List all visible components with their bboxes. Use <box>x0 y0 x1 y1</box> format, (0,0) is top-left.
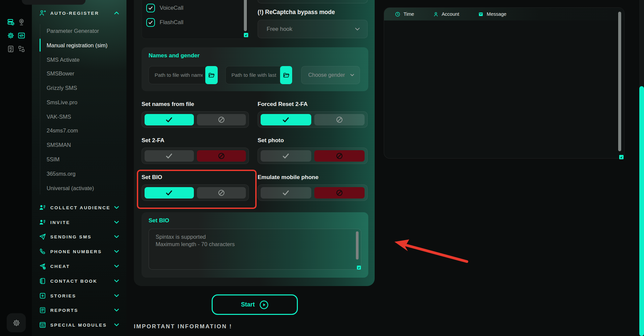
users-icon <box>39 204 46 211</box>
panel-title: Set BIO <box>149 217 169 224</box>
gender-select[interactable]: Choose gender <box>301 66 360 84</box>
checkbox-checked-icon[interactable] <box>146 18 155 27</box>
toggle-no-button[interactable] <box>197 114 246 125</box>
mail-icon <box>478 11 484 17</box>
sidebar-item-manual-registration[interactable]: Manual registration (sim) <box>47 41 108 50</box>
first-names-path-input[interactable] <box>149 66 205 84</box>
column-time[interactable]: Time <box>395 11 414 17</box>
sidebar-item-sms-activate[interactable]: SMS Activate <box>47 55 79 64</box>
document-check-icon[interactable] <box>7 45 15 53</box>
sidebar-item-365sms[interactable]: 365sms.org <box>47 169 75 178</box>
recaptcha-label: (!) ReCaptcha bypass mode <box>258 9 335 16</box>
bio-textarea[interactable] <box>149 229 361 270</box>
settings-gear-icon[interactable] <box>7 32 15 40</box>
textarea-scrollbar[interactable] <box>356 231 359 260</box>
last-names-path-input[interactable] <box>225 66 280 84</box>
webcam-icon[interactable] <box>17 18 25 26</box>
sidebar-section-contact-book[interactable]: CONTACT BOOK <box>32 277 126 285</box>
phone-icon <box>39 248 46 255</box>
report-icon <box>39 306 46 314</box>
gear-icon <box>12 319 21 327</box>
server-check-icon[interactable] <box>7 18 15 26</box>
chevron-down-icon <box>114 206 119 209</box>
sidebar-section-invite[interactable]: INVITE <box>32 218 126 227</box>
users-icon <box>39 219 46 226</box>
start-button-label: Start <box>241 301 255 308</box>
sidebar-item-smsbower[interactable]: SMSBower <box>47 69 74 78</box>
check-icon <box>282 189 290 197</box>
sidebar-section-sending-sms[interactable]: SENDING SMS <box>32 232 126 241</box>
checkbox-label: VoiceCall <box>160 5 183 11</box>
sidebar-item-universal-activate[interactable]: Universal (activate) <box>47 184 94 192</box>
toggle-no-button[interactable] <box>314 150 365 162</box>
active-item-indicator <box>40 39 41 52</box>
voicecall-checkbox-row[interactable]: VoiceCall <box>146 3 183 13</box>
app-window: AUTO-REGISTER Parameter Generator Manual… <box>0 0 644 336</box>
clock-icon <box>395 11 400 17</box>
sidebar-item-smslive-pro[interactable]: SmsLive.pro <box>47 98 77 107</box>
sidebar-section-phone-numbers[interactable]: PHONE NUMBERS <box>32 247 126 256</box>
sidebar-section-auto-register[interactable]: AUTO-REGISTER <box>32 9 126 17</box>
folder-icon[interactable] <box>205 66 218 84</box>
section-label: STORIES <box>50 293 76 298</box>
toggle-label: Forced Reset 2-FA <box>258 101 308 108</box>
sidebar-section-stories[interactable]: STORIES <box>32 291 126 300</box>
toggle-yes-button[interactable] <box>261 150 311 162</box>
chevron-down-icon <box>114 323 119 327</box>
toggle-no-button[interactable] <box>314 187 365 199</box>
sidebar-item-24sms7[interactable]: 24sms7.com <box>47 126 78 135</box>
start-button[interactable]: Start <box>212 294 298 315</box>
log-scrollbar[interactable] <box>618 12 621 151</box>
toggle-forced-reset-2fa <box>258 111 368 128</box>
check-icon <box>165 189 173 197</box>
toggle-yes-button[interactable] <box>145 187 194 199</box>
sidebar-section-special-modules[interactable]: SPECIAL MODULES <box>32 321 126 329</box>
toggle-yes-button[interactable] <box>261 114 311 125</box>
resize-handle-icon[interactable] <box>619 155 624 159</box>
column-account[interactable]: Account <box>433 11 459 17</box>
toggle-set-photo <box>258 148 368 164</box>
swap-icon[interactable] <box>17 45 25 53</box>
sidebar-item-grizzly-sms[interactable]: Grizzly SMS <box>47 83 77 92</box>
selected-value: Free hook <box>267 26 292 33</box>
recaptcha-mode-select[interactable]: Free hook <box>258 20 368 38</box>
sidebar-item-vak-sms[interactable]: VAK-SMS <box>47 112 71 121</box>
prohibition-icon <box>217 152 225 160</box>
sidebar-section-cheat[interactable]: CHEAT <box>32 262 126 271</box>
toggle-no-button[interactable] <box>314 114 365 125</box>
toggle-no-button[interactable] <box>197 150 246 162</box>
user-plus-icon <box>39 9 46 17</box>
section-label: CONTACT BOOK <box>50 279 97 284</box>
column-message[interactable]: Message <box>478 11 506 17</box>
sidebar-item-parameter-generator[interactable]: Parameter Generator <box>47 26 99 35</box>
section-label: PHONE NUMBERS <box>50 249 102 254</box>
chevron-down-icon <box>355 27 360 31</box>
code-window-icon[interactable] <box>17 32 25 40</box>
sidebar-item-smsman[interactable]: SMSMAN <box>47 141 71 149</box>
check-icon <box>282 152 290 160</box>
folder-icon[interactable] <box>280 66 292 84</box>
toggle-yes-button[interactable] <box>261 187 311 199</box>
flashcall-checkbox-row[interactable]: FlashCall <box>146 18 183 27</box>
toggle-no-button[interactable] <box>197 187 246 199</box>
cropped-input-field[interactable] <box>258 0 368 3</box>
toggle-yes-button[interactable] <box>145 114 194 125</box>
chevron-down-icon <box>114 250 119 253</box>
resize-handle-icon[interactable] <box>244 33 248 37</box>
toggle-set-bio <box>142 184 249 201</box>
toggle-yes-button[interactable] <box>145 150 194 162</box>
sidebar-item-5sim[interactable]: 5SIM <box>47 155 60 164</box>
sidebar-section-collect-audience[interactable]: COLLECT AUDIENCE <box>32 203 126 212</box>
last-names-file-group <box>225 66 292 84</box>
chevron-down-icon <box>114 309 119 312</box>
toggle-set-names-from-file <box>142 111 249 128</box>
toggle-emulate-mobile-phone <box>258 184 368 201</box>
checkbox-checked-icon[interactable] <box>146 4 155 12</box>
page-scrollbar-track[interactable] <box>639 0 644 336</box>
sidebar-section-reports[interactable]: REPORTS <box>32 306 126 315</box>
page-scrollbar-thumb[interactable] <box>639 86 644 336</box>
checkbox-label: FlashCall <box>160 19 183 26</box>
resize-handle-icon[interactable] <box>357 266 361 270</box>
settings-button[interactable] <box>7 313 26 332</box>
panel-scrollbar[interactable] <box>244 0 247 31</box>
